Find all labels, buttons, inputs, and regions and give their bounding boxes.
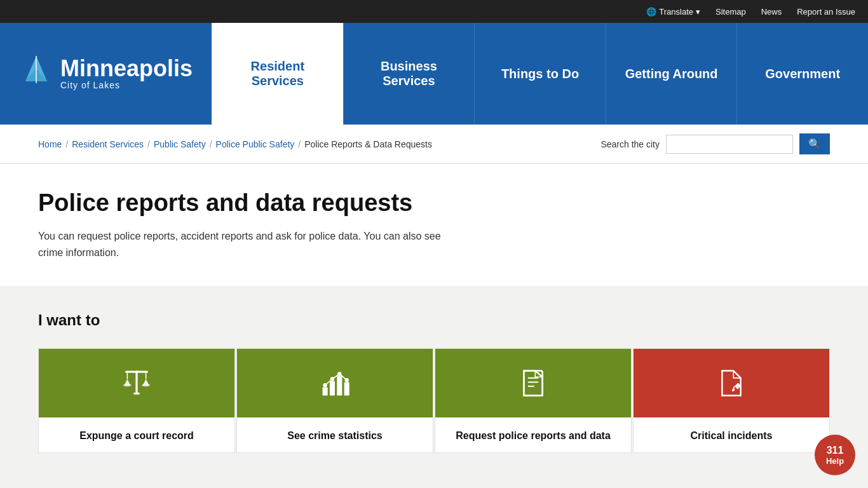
nav-item-things-to-do[interactable]: Things to Do	[474, 23, 606, 125]
card-label-expunge: Expunge a court record	[69, 417, 204, 452]
help-label: Help	[826, 456, 844, 466]
card-icon-box-expunge	[39, 349, 234, 417]
page-title: Police reports and data requests	[38, 189, 534, 217]
search-area: Search the city 🔍	[600, 133, 830, 154]
logo-text: Minneapolis City of Lakes	[60, 57, 193, 90]
svg-rect-9	[133, 393, 140, 395]
svg-point-5	[123, 384, 132, 386]
nav-item-getting-around[interactable]: Getting Around	[606, 23, 737, 125]
breadcrumb-sep-2: /	[147, 139, 150, 149]
help-number: 311	[827, 444, 844, 456]
breadcrumb-sep-4: /	[298, 139, 301, 149]
card-label-crime: See crime statistics	[277, 417, 392, 452]
section-title: I want to	[38, 311, 830, 329]
top-bar: 🌐 Translate ▾ Sitemap News Report an Iss…	[0, 0, 868, 23]
card-icon-box-crime	[237, 349, 433, 417]
page-description: You can request police reports, accident…	[38, 228, 451, 261]
svg-point-24	[732, 389, 735, 391]
translate-label: Translate	[659, 7, 693, 17]
city-sub: City of Lakes	[60, 80, 193, 90]
cards-row: Expunge a court record See crime statist…	[38, 348, 830, 452]
svg-point-7	[142, 384, 150, 386]
card-icon-box-reports	[435, 349, 631, 417]
breadcrumb: Home / Resident Services / Public Safety…	[38, 139, 432, 149]
city-name: Minneapolis	[60, 57, 193, 80]
breadcrumb-bar: Home / Resident Services / Public Safety…	[0, 125, 868, 164]
search-button[interactable]: 🔍	[799, 133, 830, 154]
card-crime-stats[interactable]: See crime statistics	[236, 348, 433, 452]
breadcrumb-police-public-safety[interactable]: Police Public Safety	[216, 139, 295, 149]
globe-icon: 🌐	[646, 7, 656, 17]
breadcrumb-sep-1: /	[65, 139, 68, 149]
help-bubble[interactable]: 311 Help	[815, 435, 855, 475]
nav-item-resident-services[interactable]: Resident Services	[212, 23, 343, 125]
card-expunge[interactable]: Expunge a court record	[38, 348, 235, 452]
i-want-to-section: I want to Expunge a court r	[0, 286, 868, 488]
svg-rect-10	[323, 388, 328, 396]
card-critical-incidents[interactable]: Critical incidents	[633, 348, 830, 452]
card-police-reports[interactable]: Request police reports and data	[435, 348, 632, 452]
breadcrumb-resident-services[interactable]: Resident Services	[72, 139, 144, 149]
search-input[interactable]	[666, 135, 793, 154]
document-edit-icon	[715, 367, 748, 400]
sitemap-link[interactable]: Sitemap	[715, 7, 746, 17]
chart-icon	[318, 367, 351, 400]
translate-button[interactable]: 🌐 Translate ▾	[646, 7, 700, 17]
chevron-down-icon: ▾	[696, 7, 700, 17]
search-icon: 🔍	[808, 139, 821, 149]
card-label-incidents: Critical incidents	[681, 417, 783, 452]
nav-item-government[interactable]: Government	[736, 23, 868, 125]
card-label-reports: Request police reports and data	[445, 417, 621, 452]
logo-area: Minneapolis City of Lakes	[0, 23, 212, 125]
search-label: Search the city	[600, 139, 660, 149]
svg-rect-13	[344, 383, 349, 396]
svg-rect-11	[330, 381, 335, 396]
breadcrumb-sep-3: /	[210, 139, 212, 149]
breadcrumb-current: Police Reports & Data Requests	[304, 139, 432, 149]
svg-rect-4	[125, 371, 148, 373]
svg-rect-3	[135, 371, 137, 394]
svg-rect-12	[337, 376, 342, 396]
breadcrumb-public-safety[interactable]: Public Safety	[154, 139, 206, 149]
nav-item-business-services[interactable]: Business Services	[343, 23, 475, 125]
breadcrumb-home[interactable]: Home	[38, 139, 62, 149]
news-link[interactable]: News	[761, 7, 782, 17]
scales-icon	[120, 367, 153, 400]
report-issue-link[interactable]: Report an Issue	[797, 7, 855, 17]
header: Minneapolis City of Lakes Resident Servi…	[0, 23, 868, 125]
card-icon-box-incidents	[634, 349, 829, 417]
logo-leaf-icon	[19, 53, 54, 95]
main-content: Police reports and data requests You can…	[0, 164, 572, 286]
document-icon	[517, 367, 550, 400]
main-nav: Resident Services Business Services Thin…	[212, 23, 868, 125]
